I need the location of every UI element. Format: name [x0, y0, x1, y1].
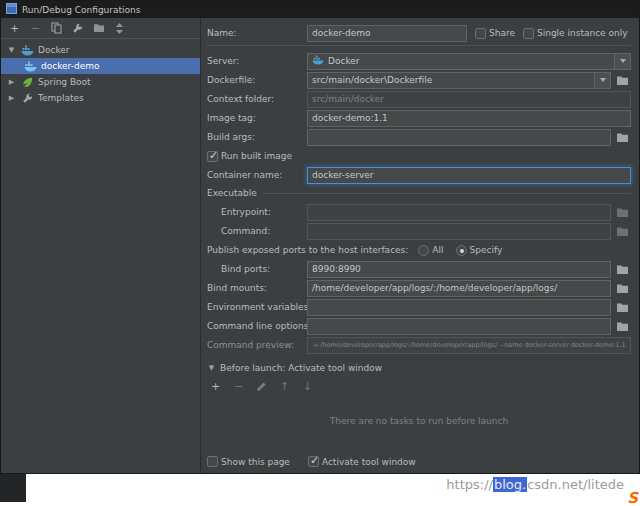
command-line-options-input[interactable] — [307, 318, 611, 335]
watermark-suffix: csdn.net/litede — [527, 477, 624, 492]
dockerfile-row: Dockerfile: src/main/docker\Dockerfile — [207, 71, 631, 89]
single-instance-checkbox[interactable]: Single instance only — [523, 28, 628, 39]
server-value: Docker — [328, 56, 360, 66]
titlebar[interactable]: Run/Debug Configurations — [1, 1, 639, 18]
browse-folder-icon[interactable] — [614, 72, 631, 89]
publish-ports-row: Publish exposed ports to the host interf… — [207, 241, 631, 259]
add-configuration-button[interactable]: + — [8, 22, 21, 35]
remove-configuration-button[interactable]: − — [29, 22, 42, 35]
tree-item-spring-boot[interactable]: ▶ Spring Boot — [1, 74, 200, 90]
browse-folder-icon[interactable] — [614, 204, 631, 221]
run-built-image-row: Run built image — [207, 147, 631, 165]
browse-folder-icon[interactable] — [614, 318, 631, 335]
command-line-options-label: Command line options: — [207, 321, 307, 331]
command-preview-value: -v /home/developer/app/logs/:/home/devel… — [312, 341, 626, 349]
image-tag-row: Image tag: docker-demo:1.1 — [207, 109, 631, 127]
chevron-down-icon[interactable]: ▼ — [7, 47, 16, 54]
bind-ports-label: Bind ports: — [207, 264, 307, 274]
radio-icon[interactable] — [418, 245, 429, 256]
environment-variables-input[interactable] — [307, 299, 611, 316]
show-this-page-label: Show this page — [221, 457, 290, 467]
tree-item-label: docker-demo — [41, 61, 100, 71]
watermark-highlight: blog. — [493, 477, 527, 492]
command-line-options-row: Command line options: — [207, 317, 631, 335]
watermark: https://blog.csdn.net/litede — [446, 477, 624, 492]
activate-tool-window-checkbox[interactable]: Activate tool window — [308, 456, 416, 467]
checkbox-checked-icon[interactable] — [308, 456, 319, 467]
run-built-image-checkbox[interactable]: Run built image — [207, 151, 292, 162]
tree-item-docker[interactable]: ▼ Docker — [1, 42, 200, 58]
edit-task-icon[interactable] — [255, 380, 268, 393]
publish-specify-radio[interactable]: Specify — [456, 245, 503, 256]
entrypoint-row: Entrypoint: — [207, 203, 631, 221]
name-input[interactable]: docker-demo — [307, 25, 467, 42]
run-debug-configurations-dialog: Run/Debug Configurations + − ▼ Docker — [0, 0, 640, 474]
command-input[interactable] — [307, 223, 611, 240]
before-launch-title: Before launch: Activate tool window — [220, 363, 382, 373]
bind-ports-input[interactable]: 8990:8990 — [307, 261, 611, 278]
show-this-page-checkbox[interactable]: Show this page — [207, 456, 290, 467]
docker-icon — [20, 45, 34, 56]
checkbox-checked-icon[interactable] — [207, 151, 218, 162]
tree-item-docker-demo[interactable]: docker-demo — [1, 58, 200, 74]
build-args-row: Build args: — [207, 128, 631, 146]
container-name-input[interactable]: docker-server — [307, 167, 631, 184]
configuration-form: Name: docker-demo Share Single instance … — [201, 18, 639, 473]
docker-icon — [312, 55, 324, 67]
bind-ports-value: 8990:8990 — [312, 264, 361, 274]
wrench-icon — [20, 93, 34, 104]
name-row: Name: docker-demo Share Single instance … — [207, 24, 631, 42]
tree-item-label: Spring Boot — [38, 77, 91, 87]
run-built-image-label: Run built image — [221, 151, 292, 161]
wrench-icon[interactable] — [71, 22, 84, 35]
tree-item-label: Templates — [38, 93, 84, 103]
browse-folder-icon[interactable] — [614, 129, 631, 146]
browse-folder-icon[interactable] — [614, 261, 631, 278]
docker-icon — [23, 61, 37, 72]
no-tasks-message: There are no tasks to run before launch — [207, 416, 631, 426]
move-down-icon[interactable]: ↓ — [301, 380, 314, 393]
bind-mounts-label: Bind mounts: — [207, 283, 307, 293]
copy-configuration-icon[interactable] — [50, 22, 63, 35]
share-checkbox[interactable]: Share — [475, 28, 515, 39]
server-select[interactable]: Docker — [307, 53, 631, 70]
browse-folder-icon[interactable] — [614, 223, 631, 240]
checkbox-icon[interactable] — [207, 456, 218, 467]
chevron-down-icon[interactable]: ▼ — [207, 365, 216, 372]
add-task-button[interactable]: + — [209, 380, 222, 393]
build-args-label: Build args: — [207, 132, 307, 142]
chevron-right-icon[interactable]: ▶ — [7, 95, 16, 102]
name-label: Name: — [207, 28, 307, 38]
configurations-sidebar: + − ▼ Docker docker-demo ▶ — [1, 18, 201, 473]
environment-variables-label: Environment variables: — [207, 302, 307, 312]
chevron-down-icon[interactable] — [594, 73, 610, 88]
tree-item-templates[interactable]: ▶ Templates — [1, 90, 200, 106]
separator — [207, 45, 631, 46]
csdn-logo: S — [627, 489, 638, 506]
move-up-icon[interactable]: ↑ — [278, 380, 291, 393]
sort-icon[interactable] — [113, 22, 126, 35]
browse-folder-icon[interactable] — [614, 299, 631, 316]
checkbox-icon[interactable] — [523, 28, 534, 39]
folder-icon[interactable] — [92, 22, 105, 35]
radio-selected-icon[interactable] — [456, 245, 467, 256]
remove-task-button[interactable]: − — [232, 380, 245, 393]
command-preview-row: Command preview: -v /home/developer/app/… — [207, 336, 631, 354]
before-launch-header[interactable]: ▼ Before launch: Activate tool window — [207, 360, 631, 376]
share-label: Share — [489, 28, 515, 38]
chevron-right-icon[interactable]: ▶ — [7, 79, 16, 86]
entrypoint-input[interactable] — [307, 204, 611, 221]
bind-mounts-row: Bind mounts: /home/developer/app/logs/:/… — [207, 279, 631, 297]
dockerfile-select[interactable]: src/main/docker\Dockerfile — [307, 72, 611, 89]
image-tag-input[interactable]: docker-demo:1.1 — [307, 110, 631, 127]
window-icon — [6, 3, 17, 16]
command-label: Command: — [207, 226, 307, 236]
publish-all-radio[interactable]: All — [418, 245, 443, 256]
browse-folder-icon[interactable] — [614, 280, 631, 297]
context-folder-input[interactable]: src/main/docker — [307, 91, 631, 108]
build-args-input[interactable] — [307, 129, 611, 146]
chevron-down-icon[interactable] — [614, 54, 630, 69]
checkbox-icon[interactable] — [475, 28, 486, 39]
command-row: Command: — [207, 222, 631, 240]
bind-mounts-input[interactable]: /home/developer/app/logs/:/home/develope… — [307, 280, 611, 297]
